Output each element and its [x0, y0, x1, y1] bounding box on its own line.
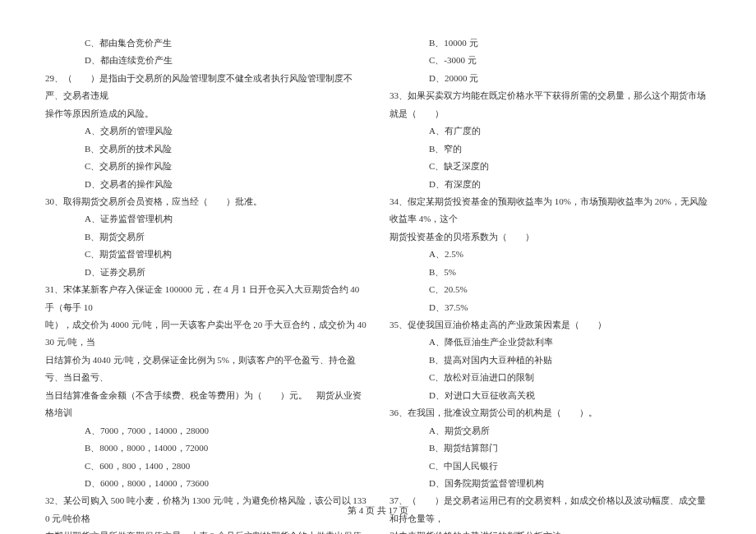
q36-option-c: C、中国人民银行: [390, 458, 711, 475]
q29-option-d: D、交易者的操作风险: [45, 176, 366, 193]
q36-stem: 36、在我国，批准设立期货公司的机构是（ ）。: [390, 404, 711, 421]
q31-stem-cont4: 当日结算准备金余额（不含手续费、税金等费用）为（ ）元。 期货从业资格培训: [45, 387, 366, 422]
q30-option-c: C、期货监督管理机构: [45, 246, 366, 263]
q32-option-c: C、-3000 元: [390, 52, 711, 69]
q34-option-d: D、37.5%: [390, 299, 711, 316]
q33-option-d: D、有深度的: [390, 176, 711, 193]
q31-stem-cont2: 吨），成交价为 4000 元/吨，同一天该客户卖出平仓 20 手大豆合约，成交价…: [45, 316, 366, 352]
q35-option-c: C、放松对豆油进口的限制: [390, 369, 711, 386]
q29-option-c: C、交易所的操作风险: [45, 158, 366, 175]
q31-stem: 31、宋体某新客户存入保证金 100000 元，在 4 月 1 日开仓买入大豆期…: [45, 281, 366, 316]
q29-stem-cont: 操作等原因所造成的风险。: [45, 105, 366, 122]
q29-option-b: B、交易所的技术风险: [45, 140, 366, 158]
q36-option-b: B、期货结算部门: [390, 440, 711, 457]
q34-option-c: C、20.5%: [390, 281, 711, 298]
q29-stem: 29、（ ）是指由于交易所的风险管理制度不健全或者执行风险管理制度不严、交易者违…: [45, 70, 366, 105]
q34-option-a: A、2.5%: [390, 246, 711, 263]
page: C、都由集合竞价产生 D、都由连续竞价产生 29、（ ）是指由于交易所的风险管理…: [0, 0, 756, 534]
right-column: B、10000 元 C、-3000 元 D、20000 元 33、如果买卖双方均…: [390, 35, 711, 495]
q37-stem-cont: 对未来期货价格的走势进行的判断分析方法。: [390, 527, 711, 534]
q30-stem: 30、取得期货交易所会员资格，应当经（ ）批准。: [45, 193, 366, 210]
q35-option-b: B、提高对国内大豆种植的补贴: [390, 352, 711, 369]
q29-option-a: A、交易所的管理风险: [45, 122, 366, 140]
q28-option-c: C、都由集合竞价产生: [45, 35, 366, 52]
q34-stem: 34、假定某期货投资基金的预期收益率为 10%，市场预期收益率为 20%，无风险…: [390, 193, 711, 228]
q32-option-b: B、10000 元: [390, 35, 711, 52]
q34-stem-cont: 期货投资基金的贝塔系数为（ ）: [390, 228, 711, 246]
q35-option-d: D、对进口大豆征收高关税: [390, 387, 711, 404]
q30-option-a: A、证券监督管理机构: [45, 210, 366, 228]
q36-option-a: A、期货交易所: [390, 422, 711, 440]
q33-option-b: B、窄的: [390, 140, 711, 158]
columns: C、都由集合竞价产生 D、都由连续竞价产生 29、（ ）是指由于交易所的风险管理…: [45, 35, 711, 495]
q30-option-b: B、期货交易所: [45, 228, 366, 246]
left-column: C、都由集合竞价产生 D、都由连续竞价产生 29、（ ）是指由于交易所的风险管理…: [45, 35, 366, 495]
q33-option-c: C、缺乏深度的: [390, 158, 711, 175]
q31-option-a: A、7000，7000，14000，28000: [45, 422, 366, 440]
q34-option-b: B、5%: [390, 264, 711, 281]
q31-option-b: B、8000，8000，14000，72000: [45, 440, 366, 457]
q33-stem: 33、如果买卖双方均能在既定价格水平下获得所需的交易量，那么这个期货市场就是（ …: [390, 87, 711, 122]
q31-option-d: D、6000，8000，14000，73600: [45, 475, 366, 492]
q31-stem-cont3: 日结算价为 4040 元/吨，交易保证金比例为 5%，则该客户的平仓盈亏、持仓盈…: [45, 352, 366, 387]
q32-stem-cont2: 在郑州期货交易所做套期保值交易，小麦 3 个月后交割的期货合约上做卖出保值并成交…: [45, 527, 366, 534]
q33-option-a: A、有广度的: [390, 122, 711, 140]
q35-stem: 35、促使我国豆油价格走高的产业政策因素是（ ）: [390, 316, 711, 334]
q36-option-d: D、国务院期货监督管理机构: [390, 475, 711, 492]
q32-option-d: D、20000 元: [390, 70, 711, 87]
q31-option-c: C、600，800，1400，2800: [45, 458, 366, 475]
q28-option-d: D、都由连续竞价产生: [45, 52, 366, 69]
q35-option-a: A、降低豆油生产企业贷款利率: [390, 334, 711, 351]
q30-option-d: D、证券交易所: [45, 264, 366, 281]
page-footer: 第 4 页 共 17 页: [0, 502, 756, 519]
